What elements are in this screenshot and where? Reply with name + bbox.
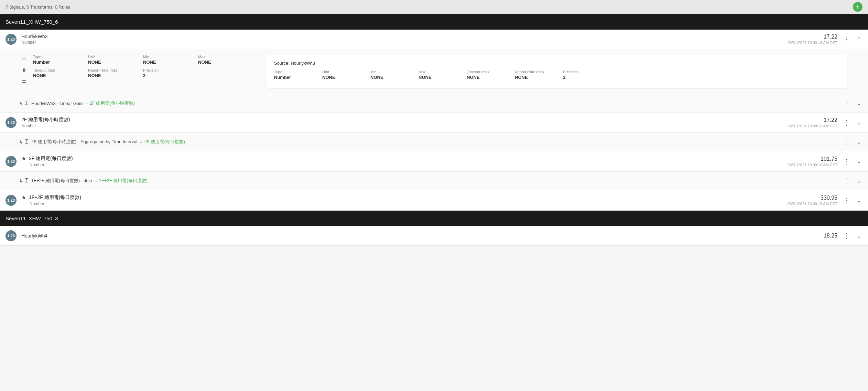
- signal-right-2f-daily: 101.75 03/31/2021 10:00:13 AM CST ⋮ ⌄: [788, 156, 862, 167]
- detail-precision-value: 2: [143, 73, 184, 78]
- transform-right-1: ⋮ ⌄: [842, 98, 862, 109]
- detail-unit-label: Unit: [88, 55, 129, 59]
- summary-text: 7 Signals, 5 Transforms, 0 Rules: [6, 4, 70, 10]
- signal-right-1f2f-daily: 330.95 03/31/2021 10:00:13 AM CST ⋮ ⌄: [788, 195, 862, 206]
- signal-value-2f-hourly: 17.22: [788, 117, 837, 123]
- transform-arrow-icon-1: ↳: [19, 101, 23, 106]
- source-type-value: Number: [274, 75, 308, 80]
- source-timeout-field: Timeout (ms) NONE: [467, 70, 501, 80]
- signal-main-2f-daily: 1:23 ★ 2F 總用電(每日度數) Number 101.75 03/31/…: [0, 151, 868, 171]
- chevron-down-icon-s2[interactable]: ⌄: [855, 118, 862, 127]
- source-type-field: Type Number: [274, 70, 308, 80]
- signal-name-hourly-kwh3: HourlykWh3: [21, 34, 788, 39]
- signal-main-1f2f-daily: 1:23 ★ 1F+2F 總用電(每日度數) Number 330.95 03/…: [0, 190, 868, 210]
- source-title: Source: HourlykWh3: [274, 61, 840, 66]
- source-report-rate-field: Report Rate (ms) NONE: [515, 70, 549, 80]
- transform-arrow-icon-3: ↳: [19, 178, 23, 183]
- signal-row-1f2f-daily: 1:23 ★ 1F+2F 總用電(每日度數) Number 330.95 03/…: [0, 190, 868, 211]
- signal-info-2f-hourly: 2F 總用電(每小時度數) Number: [21, 117, 788, 128]
- list-icon-detail[interactable]: ☰: [21, 79, 28, 86]
- transform-right-3: ⋮ ⌄: [842, 175, 862, 186]
- source-fields: Type Number Unit NONE Min NONE Max: [274, 70, 840, 83]
- source-min-label: Min: [370, 70, 405, 74]
- transform-right-2: ⋮ ⌄: [842, 136, 862, 147]
- more-menu-icon-t3[interactable]: ⋮: [842, 175, 852, 186]
- source-precision-value: 2: [563, 75, 597, 80]
- signal-right-hourly-kwh3: 17.22 03/31/2021 10:00:13 AM CST ⋮ ⌃: [788, 34, 862, 45]
- detail-type-label: Type: [33, 55, 74, 59]
- signal-value-block-2f-daily: 101.75 03/31/2021 10:00:13 AM CST: [788, 156, 837, 167]
- device-name-2: Seven11_XHW_750_3: [6, 215, 58, 221]
- more-menu-icon-t2[interactable]: ⋮: [842, 136, 852, 147]
- source-min-field: Min NONE: [370, 70, 405, 80]
- detail-fields-hourly-kwh3: Type Number Unit NONE Min NONE: [33, 55, 253, 82]
- signal-value-block-1f2f-daily: 330.95 03/31/2021 10:00:13 AM CST: [788, 195, 837, 206]
- detail-precision-label: Precision: [143, 68, 184, 72]
- transform-link-3[interactable]: 1F+2F 總用電(每日度數): [99, 178, 148, 184]
- source-report-rate-label: Report Rate (ms): [515, 70, 549, 74]
- transform-sigma-icon-3: Σ: [25, 178, 29, 184]
- chevron-down-icon-s3[interactable]: ⌄: [855, 157, 862, 166]
- detail-timeout-field: Timeout (ms) NONE: [33, 68, 74, 78]
- signal-timestamp-hourly-kwh3: 03/31/2021 10:00:13 AM CST: [788, 41, 837, 45]
- signal-timestamp-2f-hourly: 03/31/2021 10:00:13 AM CST: [788, 124, 837, 128]
- transform-row-1: ↳ Σ HourlykWh3 - Linear Gain → 2F 總用電(每小…: [0, 94, 868, 113]
- chevron-down-icon-t1[interactable]: ⌄: [855, 99, 862, 108]
- detail-type-value: Number: [33, 60, 74, 65]
- more-menu-icon-s5[interactable]: ⋮: [842, 230, 851, 241]
- chevron-down-icon-t2[interactable]: ⌄: [855, 137, 862, 147]
- star-icon-2f-daily[interactable]: ★: [21, 155, 26, 162]
- source-timeout-value: NONE: [467, 75, 501, 80]
- top-bar: 7 Signals, 5 Transforms, 0 Rules +: [0, 0, 868, 14]
- signal-right-hourly-kwh4: 18.25 ⋮ ⌄: [824, 230, 862, 241]
- transform-sigma-icon-1: Σ: [25, 100, 29, 106]
- signal-right-2f-hourly: 17.22 03/31/2021 10:00:13 AM CST ⋮ ⌄: [788, 117, 862, 128]
- transform-row-2: ↳ Σ 2F 總用電(每小時度數) - Aggregation by Time …: [0, 133, 868, 151]
- detail-min-label: Min: [143, 55, 184, 59]
- more-menu-icon-s3[interactable]: ⋮: [842, 156, 851, 167]
- star-icon-1f2f-daily[interactable]: ★: [21, 194, 26, 201]
- more-menu-icon-hourly-kwh3[interactable]: ⋮: [842, 34, 851, 45]
- signal-type-2f-hourly: Number: [21, 124, 788, 128]
- source-min-value: NONE: [370, 75, 405, 80]
- chevron-down-icon-t3[interactable]: ⌄: [855, 176, 862, 186]
- detail-type-field: Type Number: [33, 55, 74, 65]
- eye-icon-detail[interactable]: 👁: [21, 67, 28, 74]
- transform-arrow-icon-2: ↳: [19, 139, 23, 145]
- more-menu-icon-s4[interactable]: ⋮: [842, 195, 851, 206]
- signal-name-2f-hourly: 2F 總用電(每小時度數): [21, 117, 788, 123]
- avatar-1f2f-daily: 1:23: [6, 195, 17, 206]
- device-section-1: Seven11_XHW_750_6 1:23 HourlykWh3 Number…: [0, 14, 868, 211]
- star-icon-detail[interactable]: ☆: [21, 55, 28, 62]
- chevron-up-icon-hourly-kwh3[interactable]: ⌃: [855, 35, 862, 44]
- source-timeout-label: Timeout (ms): [467, 70, 501, 74]
- detail-report-rate-field: Report Rate (ms) NONE: [88, 68, 129, 78]
- add-button[interactable]: +: [853, 2, 862, 12]
- more-menu-icon-s2[interactable]: ⋮: [842, 117, 851, 128]
- transform-arrow-sep-3: →: [92, 178, 99, 183]
- signal-type-1f2f-daily: Number: [21, 201, 788, 206]
- chevron-down-icon-s5[interactable]: ⌄: [855, 231, 862, 241]
- source-report-rate-value: NONE: [515, 75, 549, 80]
- more-menu-icon-t1[interactable]: ⋮: [842, 98, 852, 109]
- transform-link-1[interactable]: 2F 總用電(每小時度數): [90, 100, 135, 106]
- source-panel-hourly-kwh3: Source: HourlykWh3 Type Number Unit NONE…: [267, 55, 847, 88]
- signal-main-hourly-kwh4: 1:23 HourlykWh4 18.25 ⋮ ⌄: [0, 226, 868, 245]
- detail-unit-field: Unit NONE: [88, 55, 129, 65]
- signal-name-hourly-kwh4: HourlykWh4: [21, 233, 824, 239]
- signal-name-2f-daily: 2F 總用電(每日度數): [29, 156, 73, 162]
- transform-link-2[interactable]: 2F 總用電(每日度數): [144, 139, 185, 145]
- source-precision-field: Precision 2: [563, 70, 597, 80]
- signal-name-row-2f-daily: ★ 2F 總用電(每日度數): [21, 155, 788, 162]
- source-max-label: Max: [419, 70, 453, 74]
- chevron-down-icon-s4[interactable]: ⌄: [855, 196, 862, 205]
- signal-detail-hourly-kwh3: ☆ 👁 ☰ Type Number Unit NONE: [0, 49, 868, 94]
- device-name-1: Seven11_XHW_750_6: [6, 19, 58, 25]
- signal-info-hourly-kwh4: HourlykWh4: [21, 233, 824, 239]
- transform-text-3: 1F+2F 總用電(每日度數) - Join: [31, 178, 92, 184]
- detail-max-label: Max: [198, 55, 239, 59]
- signal-row-2f-daily: 1:23 ★ 2F 總用電(每日度數) Number 101.75 03/31/…: [0, 151, 868, 172]
- transform-arrow-sep-2: →: [137, 139, 144, 145]
- signal-name-row-1f2f-daily: ★ 1F+2F 總用電(每日度數): [21, 194, 788, 201]
- signal-timestamp-2f-daily: 03/31/2021 10:00:13 AM CST: [788, 163, 837, 167]
